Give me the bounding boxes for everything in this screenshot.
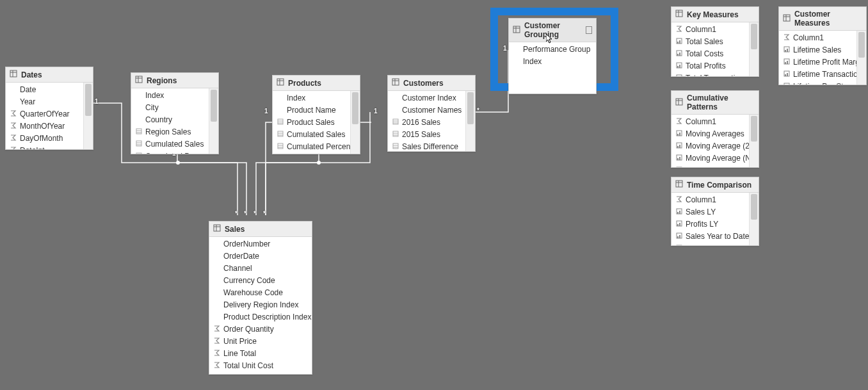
table-header-regions[interactable]: Regions [131, 73, 218, 88]
scrollbar-thumb[interactable] [751, 116, 757, 142]
field-row[interactable]: Profits LY [671, 218, 749, 231]
scrollbar-thumb[interactable] [467, 92, 474, 124]
table-customers[interactable]: Customers Customer IndexCustomer Names20… [387, 75, 476, 152]
field-row[interactable]: Product Name [273, 104, 350, 117]
scrollbar[interactable] [465, 91, 475, 151]
field-row[interactable]: Customer Name Index [209, 372, 312, 374]
field-row[interactable]: Country [131, 114, 209, 126]
field-row[interactable]: Total Transactions [671, 72, 749, 76]
field-row[interactable]: Year [6, 96, 83, 108]
table-key-measures[interactable]: Key Measures Column1Total SalesTotal Cos… [671, 6, 759, 77]
field-row[interactable]: QuarterOfYear [6, 108, 83, 120]
field-row[interactable]: Sales Year to Date [671, 231, 749, 243]
table-customer-measures[interactable]: Customer Measures Column1Lifetime SalesL… [778, 6, 867, 85]
field-row[interactable]: Moving Averages [671, 128, 749, 140]
field-row[interactable]: Column1 [779, 32, 856, 44]
field-row[interactable]: Cumulated Sales [273, 129, 350, 141]
field-row[interactable]: Total Sales [671, 36, 749, 48]
field-row[interactable]: Cumulated Percenta [131, 150, 209, 154]
scrollbar-thumb[interactable] [858, 32, 865, 58]
scrollbar[interactable] [749, 22, 759, 76]
field-row[interactable]: Currency Code [209, 275, 312, 287]
field-row[interactable]: Lifetime Profit Margi [779, 56, 856, 69]
field-row[interactable]: Column1 [671, 194, 749, 206]
blank-icon [513, 57, 520, 65]
field-row[interactable]: 2016 Sales [388, 117, 465, 129]
scrollbar-thumb[interactable] [751, 24, 757, 49]
field-row[interactable]: Lifetime Transactions [779, 69, 856, 81]
table-header-cumulative-patterns[interactable]: Cumulative Patterns [671, 91, 759, 115]
field-row[interactable]: Moving Average (No [671, 152, 749, 165]
table-header-key-measures[interactable]: Key Measures [671, 7, 759, 22]
field-row[interactable]: Index [273, 92, 350, 104]
expand-icon[interactable] [586, 26, 592, 34]
scrollbar[interactable] [209, 88, 218, 154]
table-time-comparison[interactable]: Time Comparison Column1Sales LYProfits L… [671, 177, 759, 246]
field-row[interactable]: Index [131, 90, 209, 102]
field-row[interactable]: Lifetime Sales [779, 44, 856, 56]
field-row[interactable]: Channel [209, 263, 312, 275]
field-row[interactable]: Line Total [209, 348, 312, 360]
table-sales[interactable]: Sales OrderNumberOrderDateChannelCurrenc… [209, 221, 312, 375]
table-icon [277, 78, 284, 88]
field-row[interactable]: Warehouse Code [209, 287, 312, 299]
scrollbar[interactable] [856, 31, 866, 85]
table-header-time-comparison[interactable]: Time Comparison [671, 177, 759, 193]
field-row[interactable]: Moving Average (2) [671, 140, 749, 152]
scrollbar-thumb[interactable] [751, 194, 757, 220]
field-row[interactable]: Sales Year to Date LY [671, 243, 749, 245]
svg-rect-12 [136, 153, 141, 154]
field-row[interactable]: DateInt [6, 145, 83, 149]
field-row[interactable]: Column1 [671, 24, 749, 36]
field-row[interactable]: 2015 Sales [388, 129, 465, 141]
table-title: Cumulative Patterns [687, 93, 755, 111]
field-row[interactable]: Unit Price [209, 336, 312, 348]
scrollbar-thumb[interactable] [211, 90, 217, 122]
field-row[interactable]: Customer Index [388, 92, 465, 104]
table-regions[interactable]: Regions IndexCityCountryRegion SalesCumu… [131, 72, 219, 154]
field-row[interactable]: Total Unit Cost [209, 360, 312, 372]
field-row[interactable]: Sales LY [671, 206, 749, 218]
field-row[interactable]: Cumulated Sales [131, 138, 209, 150]
field-row[interactable]: Total Profits [671, 60, 749, 72]
scrollbar-thumb[interactable] [352, 92, 358, 124]
scrollbar[interactable] [83, 83, 93, 149]
field-row[interactable]: OrderDate [209, 250, 312, 263]
field-row[interactable]: Cumulative Running [671, 165, 749, 167]
table-products[interactable]: Products IndexProduct NameProduct SalesC… [272, 75, 360, 154]
table-cumulative-patterns[interactable]: Cumulative Patterns Column1Moving Averag… [671, 90, 759, 168]
field-row[interactable]: Region Sales [131, 126, 209, 138]
field-row[interactable]: Product Sales [273, 117, 350, 129]
field-row[interactable]: Performance Group [509, 44, 596, 56]
field-row[interactable]: Order Quantity [209, 323, 312, 336]
scrollbar[interactable] [350, 91, 360, 154]
field-row[interactable]: MonthOfYear [6, 120, 83, 133]
scrollbar[interactable] [749, 193, 759, 245]
scrollbar-thumb[interactable] [85, 84, 92, 116]
scrollbar[interactable] [749, 115, 759, 167]
field-row[interactable]: Product Description Index [209, 311, 312, 323]
field-row[interactable]: Customer Names [388, 104, 465, 117]
field-row[interactable]: Cumulated Percenta [273, 141, 350, 153]
table-customer-grouping[interactable]: Customer Grouping Performance GroupIndex [508, 18, 597, 94]
table-header-customer-grouping[interactable]: Customer Grouping [509, 19, 596, 42]
table-dates[interactable]: Dates DateYearQuarterOfYearMonthOfYearDa… [5, 67, 93, 150]
field-row[interactable]: Date [6, 84, 83, 96]
table-header-products[interactable]: Products [273, 76, 360, 91]
field-row[interactable]: ABC Class [273, 153, 350, 154]
table-header-dates[interactable]: Dates [6, 67, 93, 83]
measure-icon [783, 82, 791, 85]
field-row[interactable]: Column1 [671, 116, 749, 128]
field-row[interactable]: DayOfMonth [6, 133, 83, 145]
field-row[interactable]: Lifetime Per Store [779, 81, 856, 85]
table-header-sales[interactable]: Sales [209, 222, 312, 237]
field-row[interactable]: Delivery Region Index [209, 299, 312, 311]
field-row[interactable]: Sales Difference [388, 141, 465, 151]
field-row[interactable]: Total Costs [671, 48, 749, 60]
field-row[interactable]: City [131, 102, 209, 114]
field-label: Total Sales [686, 37, 723, 47]
field-row[interactable]: Index [509, 56, 596, 68]
table-header-customer-measures[interactable]: Customer Measures [779, 7, 866, 31]
field-row[interactable]: OrderNumber [209, 238, 312, 250]
table-header-customers[interactable]: Customers [388, 76, 475, 91]
